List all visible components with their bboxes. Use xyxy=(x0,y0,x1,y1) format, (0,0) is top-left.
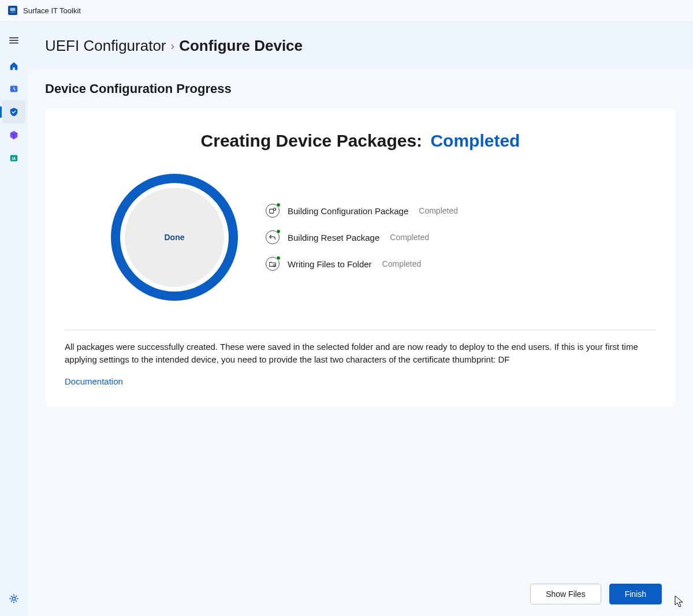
svg-text:IA: IA xyxy=(12,156,16,160)
package-gear-icon xyxy=(266,204,280,218)
step-building-reset: Building Reset Package Completed xyxy=(266,230,458,244)
step-label: Writing Files to Folder xyxy=(288,259,372,269)
progress-row: Done Building Configuration Package Comp… xyxy=(65,174,656,301)
svg-rect-2 xyxy=(10,12,16,13)
nav-uefi-configurator[interactable] xyxy=(2,100,25,124)
page-surface: Device Configuration Progress Creating D… xyxy=(28,69,693,616)
svg-rect-7 xyxy=(270,209,274,213)
nav-asset[interactable]: IA xyxy=(2,147,25,170)
undo-icon xyxy=(266,230,280,244)
nav-recovery[interactable] xyxy=(2,77,25,100)
svg-rect-1 xyxy=(10,8,16,11)
menu-toggle-button[interactable] xyxy=(2,29,25,52)
footer-buttons: Show Files Finish xyxy=(530,584,662,604)
step-status: Completed xyxy=(390,233,429,242)
breadcrumb-parent[interactable]: UEFI Configurator xyxy=(45,37,166,55)
success-dot-icon xyxy=(276,203,281,207)
nav-settings[interactable] xyxy=(2,587,25,610)
show-files-button[interactable]: Show Files xyxy=(530,584,601,604)
nav-packaging[interactable] xyxy=(2,124,25,147)
step-status: Completed xyxy=(419,206,458,215)
progress-ring: Done xyxy=(111,174,238,301)
documentation-link[interactable]: Documentation xyxy=(65,376,123,386)
breadcrumb: UEFI Configurator › Configure Device xyxy=(28,21,693,61)
success-dot-icon xyxy=(276,229,281,234)
breadcrumb-current: Configure Device xyxy=(179,37,303,55)
step-label: Building Reset Package xyxy=(288,233,379,242)
app-icon xyxy=(8,6,17,15)
section-title: Device Configuration Progress xyxy=(45,81,676,96)
svg-point-6 xyxy=(12,597,15,600)
step-writing-files: Writing Files to Folder Completed xyxy=(266,257,458,271)
step-status: Completed xyxy=(382,259,422,268)
main: UEFI Configurator › Configure Device Dev… xyxy=(28,21,693,616)
success-dot-icon xyxy=(276,256,281,260)
sidebar: IA xyxy=(0,21,28,616)
summary-text: All packages were successfully created. … xyxy=(65,341,656,366)
step-label: Building Configuration Package xyxy=(288,206,408,216)
shell: IA UEFI Configurator › Configure Device … xyxy=(0,21,693,616)
progress-ring-label: Done xyxy=(165,233,185,242)
folder-write-icon xyxy=(266,257,280,271)
status-prefix: Creating Device Packages: xyxy=(201,131,423,150)
app-title: Surface IT Toolkit xyxy=(23,6,81,15)
titlebar: Surface IT Toolkit xyxy=(0,0,693,21)
mouse-cursor-icon xyxy=(675,595,684,608)
nav-items: IA xyxy=(0,54,28,170)
status-suffix: Completed xyxy=(430,131,520,150)
divider xyxy=(65,330,656,330)
step-building-config: Building Configuration Package Completed xyxy=(266,204,458,218)
progress-card: Creating Device Packages: Completed Done xyxy=(45,108,676,406)
progress-ring-inner: Done xyxy=(125,188,224,287)
steps-list: Building Configuration Package Completed… xyxy=(266,204,458,271)
status-headline: Creating Device Packages: Completed xyxy=(65,131,656,151)
finish-button[interactable]: Finish xyxy=(609,584,662,604)
chevron-right-icon: › xyxy=(171,39,175,53)
nav-home[interactable] xyxy=(2,54,25,77)
